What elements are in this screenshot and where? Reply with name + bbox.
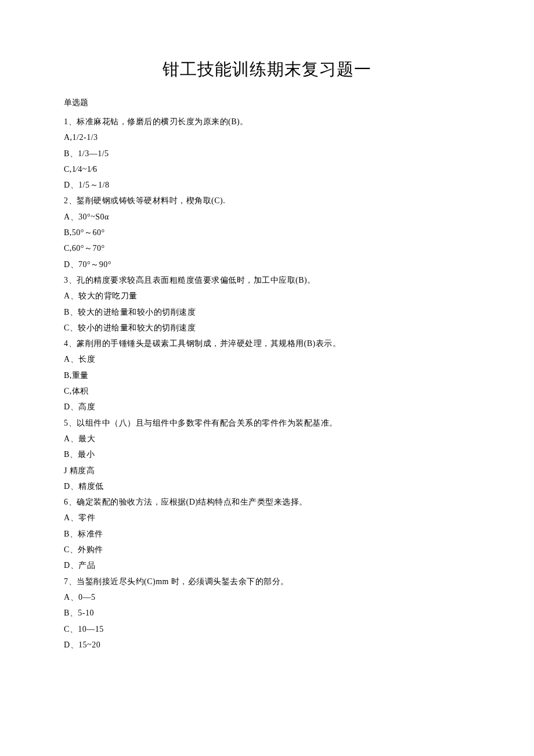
text-line: B、较大的进给量和较小的切削速度 xyxy=(64,304,470,320)
page-title: 钳工技能训练期末复习题一 xyxy=(64,58,470,81)
text-line: A、长度 xyxy=(64,351,470,367)
text-line: D、1/5～1/8 xyxy=(64,177,470,193)
text-line: 3、孔的精度要求较高且表面粗糙度值要求偏低时，加工中应取(B)。 xyxy=(64,272,470,288)
text-line: C,体积 xyxy=(64,383,470,399)
text-line: A、30°~S0α xyxy=(64,209,470,225)
text-line: D、产品 xyxy=(64,557,470,573)
text-line: D、15~20 xyxy=(64,637,470,653)
text-line: A、0—5 xyxy=(64,589,470,605)
text-line: C,1⁄4~1⁄6 xyxy=(64,161,470,177)
text-line: A、较大的背吃刀量 xyxy=(64,288,470,304)
text-line: B,重量 xyxy=(64,368,470,383)
text-line: A,1/2-1/3 xyxy=(64,129,470,145)
content-body: 1、标准麻花钻，修磨后的横刃长度为原来的(B)。A,1/2-1/3B、1/3—1… xyxy=(64,114,470,653)
text-line: C、外购件 xyxy=(64,542,470,557)
text-line: D、精度低 xyxy=(64,478,470,494)
text-line: 7、当錾削接近尽头约(C)mm 时，必须调头錾去余下的部分。 xyxy=(64,574,470,589)
text-line: B、1/3—1/5 xyxy=(64,146,470,161)
text-line: A、最大 xyxy=(64,431,470,447)
text-line: B、标准件 xyxy=(64,526,470,542)
text-line: 4、篆削用的手锤锤头是碳素工具钢制成，并淬硬处理，其规格用(B)表示。 xyxy=(64,336,470,351)
section-label: 单选题 xyxy=(64,98,470,108)
text-line: J 精度高 xyxy=(64,463,470,478)
text-line: C、10—15 xyxy=(64,621,470,637)
text-line: B、最小 xyxy=(64,447,470,462)
text-line: C,60°～70° xyxy=(64,240,470,256)
text-line: 2、錾削硬钢或铸铁等硬材料吋，楔角取(C). xyxy=(64,193,470,208)
text-line: 1、标准麻花钻，修磨后的横刃长度为原来的(B)。 xyxy=(64,114,470,129)
text-line: 5、以组件中（八）且与组件中多数零件有配合关系的零件作为装配基准。 xyxy=(64,415,470,431)
text-line: B、5-10 xyxy=(64,605,470,621)
text-line: A、零件 xyxy=(64,510,470,525)
text-line: C、较小的进给量和较大的切削速度 xyxy=(64,320,470,336)
text-line: B,50°～60° xyxy=(64,225,470,240)
text-line: 6、确定装配的验收方法，应根据(D)结构特点和生产类型来选择。 xyxy=(64,494,470,510)
text-line: D、70°～90° xyxy=(64,257,470,272)
text-line: D、高度 xyxy=(64,399,470,415)
